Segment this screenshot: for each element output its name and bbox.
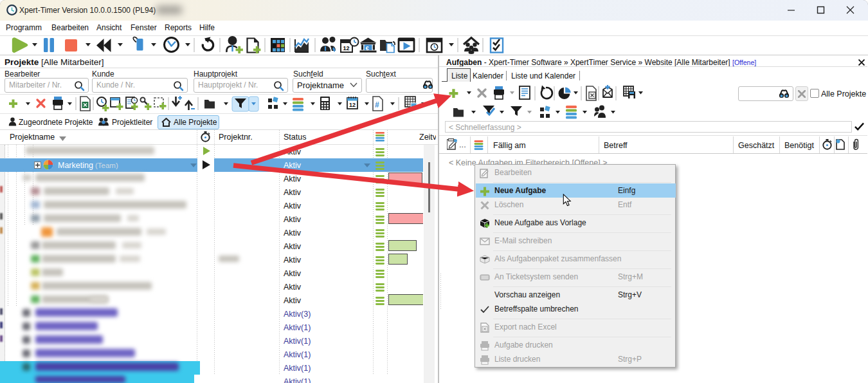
svg-text:#: # [375, 100, 379, 109]
svg-text:€: € [366, 44, 370, 51]
svg-text:12: 12 [349, 102, 356, 108]
svg-text:12: 12 [343, 45, 350, 51]
